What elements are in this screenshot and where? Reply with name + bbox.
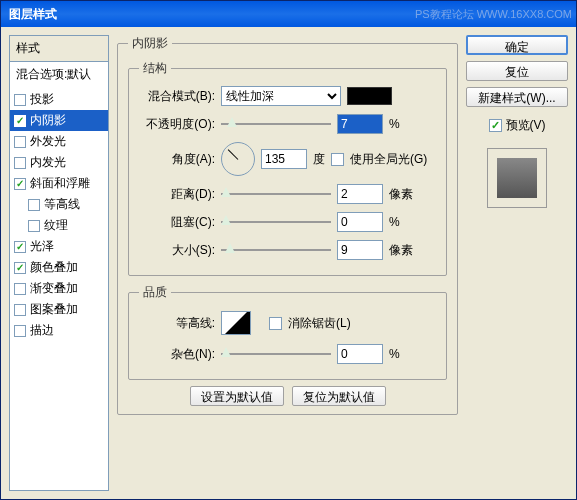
titlebar: 图层样式 PS教程论坛 WWW.16XX8.COM — [1, 1, 576, 27]
preview-swatch — [497, 158, 537, 198]
style-label: 内阴影 — [30, 112, 66, 129]
new-style-button[interactable]: 新建样式(W)... — [466, 87, 568, 107]
style-item-6[interactable]: 纹理 — [10, 215, 108, 236]
distance-slider[interactable] — [221, 187, 331, 201]
noise-label: 杂色(N): — [139, 346, 215, 363]
style-item-11[interactable]: 描边 — [10, 320, 108, 341]
global-light-label: 使用全局光(G) — [350, 151, 427, 168]
center-panel: 内阴影 结构 混合模式(B): 线性加深 不透明度(O): % — [117, 35, 458, 491]
style-item-1[interactable]: 内阴影 — [10, 110, 108, 131]
size-label: 大小(S): — [139, 242, 215, 259]
style-checkbox[interactable] — [14, 325, 26, 337]
style-label: 等高线 — [44, 196, 80, 213]
distance-input[interactable] — [337, 184, 383, 204]
antialias-checkbox[interactable] — [269, 317, 282, 330]
preview-label: 预览(V) — [506, 117, 546, 134]
choke-slider[interactable] — [221, 215, 331, 229]
angle-unit: 度 — [313, 151, 325, 168]
style-checkbox[interactable] — [14, 241, 26, 253]
watermark: PS教程论坛 WWW.16XX8.COM — [415, 7, 572, 22]
preview-checkbox[interactable] — [489, 119, 502, 132]
window-title: 图层样式 — [5, 6, 57, 23]
contour-label: 等高线: — [139, 315, 215, 332]
style-label: 内发光 — [30, 154, 66, 171]
quality-group: 品质 等高线: 消除锯齿(L) 杂色(N): % — [128, 284, 447, 380]
quality-legend: 品质 — [139, 284, 171, 301]
noise-input[interactable] — [337, 344, 383, 364]
distance-unit: 像素 — [389, 186, 417, 203]
style-item-4[interactable]: 斜面和浮雕 — [10, 173, 108, 194]
angle-input[interactable] — [261, 149, 307, 169]
shadow-color-swatch[interactable] — [347, 87, 392, 105]
angle-label: 角度(A): — [139, 151, 215, 168]
style-checkbox[interactable] — [28, 220, 40, 232]
style-item-2[interactable]: 外发光 — [10, 131, 108, 152]
style-checkbox[interactable] — [14, 115, 26, 127]
structure-legend: 结构 — [139, 60, 171, 77]
antialias-label: 消除锯齿(L) — [288, 315, 351, 332]
style-checkbox[interactable] — [14, 157, 26, 169]
opacity-unit: % — [389, 117, 417, 131]
choke-input[interactable] — [337, 212, 383, 232]
style-checkbox[interactable] — [14, 283, 26, 295]
style-label: 外发光 — [30, 133, 66, 150]
size-unit: 像素 — [389, 242, 417, 259]
style-item-8[interactable]: 颜色叠加 — [10, 257, 108, 278]
contour-picker[interactable] — [221, 311, 251, 335]
style-item-0[interactable]: 投影 — [10, 89, 108, 110]
reset-default-button[interactable]: 复位为默认值 — [292, 386, 386, 406]
style-label: 纹理 — [44, 217, 68, 234]
opacity-label: 不透明度(O): — [139, 116, 215, 133]
style-checkbox[interactable] — [14, 94, 26, 106]
noise-slider[interactable] — [221, 347, 331, 361]
style-label: 描边 — [30, 322, 54, 339]
styles-header: 样式 — [10, 36, 108, 62]
styles-panel: 样式 混合选项:默认 投影内阴影外发光内发光斜面和浮雕等高线纹理光泽颜色叠加渐变… — [9, 35, 109, 491]
style-item-5[interactable]: 等高线 — [10, 194, 108, 215]
preview-box — [487, 148, 547, 208]
style-checkbox[interactable] — [14, 262, 26, 274]
main-fieldset: 内阴影 结构 混合模式(B): 线性加深 不透明度(O): % — [117, 35, 458, 415]
style-checkbox[interactable] — [14, 178, 26, 190]
style-label: 斜面和浮雕 — [30, 175, 90, 192]
style-label: 图案叠加 — [30, 301, 78, 318]
cancel-button[interactable]: 复位 — [466, 61, 568, 81]
style-item-3[interactable]: 内发光 — [10, 152, 108, 173]
style-label: 渐变叠加 — [30, 280, 78, 297]
section-title: 内阴影 — [128, 35, 172, 52]
angle-wheel[interactable] — [221, 142, 255, 176]
choke-label: 阻塞(C): — [139, 214, 215, 231]
layer-style-dialog: 图层样式 PS教程论坛 WWW.16XX8.COM 样式 混合选项:默认 投影内… — [0, 0, 577, 500]
style-checkbox[interactable] — [28, 199, 40, 211]
choke-unit: % — [389, 215, 417, 229]
blend-mode-label: 混合模式(B): — [139, 88, 215, 105]
size-input[interactable] — [337, 240, 383, 260]
opacity-slider[interactable] — [221, 117, 331, 131]
style-label: 投影 — [30, 91, 54, 108]
style-item-7[interactable]: 光泽 — [10, 236, 108, 257]
style-label: 颜色叠加 — [30, 259, 78, 276]
ok-button[interactable]: 确定 — [466, 35, 568, 55]
style-label: 光泽 — [30, 238, 54, 255]
style-item-10[interactable]: 图案叠加 — [10, 299, 108, 320]
style-item-9[interactable]: 渐变叠加 — [10, 278, 108, 299]
style-checkbox[interactable] — [14, 136, 26, 148]
distance-label: 距离(D): — [139, 186, 215, 203]
blend-mode-select[interactable]: 线性加深 — [221, 86, 341, 106]
structure-group: 结构 混合模式(B): 线性加深 不透明度(O): % 角度(A): — [128, 60, 447, 276]
style-checkbox[interactable] — [14, 304, 26, 316]
blending-options-item[interactable]: 混合选项:默认 — [10, 62, 108, 87]
make-default-button[interactable]: 设置为默认值 — [190, 386, 284, 406]
size-slider[interactable] — [221, 243, 331, 257]
right-panel: 确定 复位 新建样式(W)... 预览(V) — [466, 35, 568, 491]
opacity-input[interactable] — [337, 114, 383, 134]
noise-unit: % — [389, 347, 417, 361]
global-light-checkbox[interactable] — [331, 153, 344, 166]
